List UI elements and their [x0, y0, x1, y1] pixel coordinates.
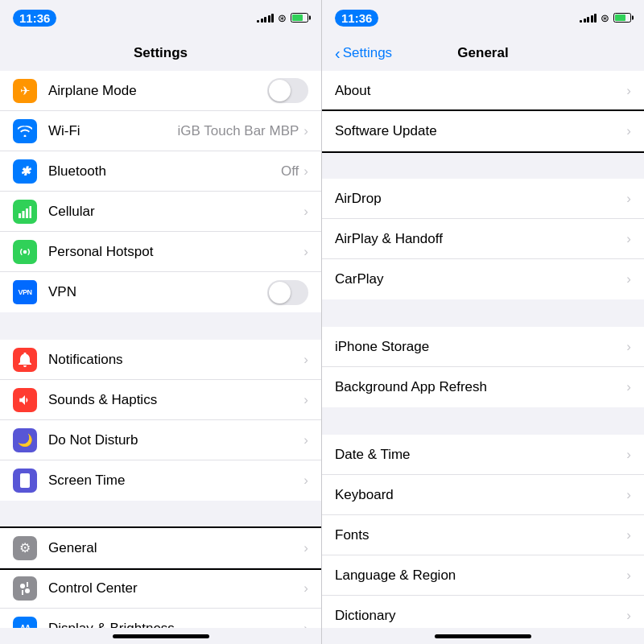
screen-time-label: Screen Time: [48, 473, 303, 489]
page-title-left: Settings: [134, 45, 188, 61]
cellular-chevron: ›: [303, 204, 308, 220]
airplane-mode-icon: ✈: [13, 79, 37, 103]
signal-icon: [257, 13, 274, 23]
section-gap-right-1: [322, 151, 644, 179]
settings-row-sounds[interactable]: Sounds & Haptics ›: [0, 380, 321, 420]
background-refresh-label: Background App Refresh: [335, 379, 626, 395]
settings-row-background-refresh[interactable]: Background App Refresh ›: [322, 367, 644, 407]
settings-row-carplay[interactable]: CarPlay ›: [322, 259, 644, 299]
settings-row-language-region[interactable]: Language & Region ›: [322, 555, 644, 596]
settings-row-bluetooth[interactable]: ✱ Bluetooth Off ›: [0, 151, 321, 192]
airplay-label: AirPlay & Handoff: [335, 231, 626, 247]
back-button[interactable]: ‹ Settings: [335, 45, 392, 61]
settings-row-notifications[interactable]: Notifications ›: [0, 340, 321, 380]
time-left: 11:36: [13, 10, 56, 27]
section-gap-1: [0, 312, 321, 340]
carplay-chevron: ›: [626, 271, 631, 287]
general-chevron: ›: [303, 540, 308, 556]
bluetooth-chevron: ›: [303, 163, 308, 180]
screen-time-icon: [13, 469, 37, 493]
left-panel: 11:36 ⊛ Settings ✈ Airplane Mode: [0, 0, 322, 644]
svg-point-4: [23, 250, 27, 254]
svg-rect-1: [23, 211, 25, 218]
dictionary-chevron: ›: [626, 608, 631, 624]
iphone-storage-chevron: ›: [626, 339, 631, 355]
section-sharing: AirDrop › AirPlay & Handoff › CarPlay ›: [322, 179, 644, 299]
section-gap-right-2: [322, 299, 644, 327]
settings-row-iphone-storage[interactable]: iPhone Storage ›: [322, 327, 644, 367]
settings-row-cellular[interactable]: Cellular ›: [0, 192, 321, 232]
signal-icon-right: [580, 13, 597, 23]
svg-rect-10: [27, 582, 28, 587]
settings-row-vpn[interactable]: VPN VPN: [0, 272, 321, 312]
section-notifications: Notifications › Sounds & Haptics › 🌙 Do …: [0, 340, 321, 501]
settings-row-keyboard[interactable]: Keyboard ›: [322, 475, 644, 515]
status-icons-right: ⊛: [580, 12, 631, 24]
settings-list-right[interactable]: About › Software Update › AirDrop › AirP…: [322, 71, 644, 628]
page-title-right: General: [457, 45, 508, 61]
hotspot-icon: [13, 240, 37, 264]
iphone-storage-label: iPhone Storage: [335, 339, 626, 355]
general-label: General: [48, 540, 303, 556]
settings-row-display[interactable]: AA Display & Brightness ›: [0, 609, 321, 628]
airdrop-chevron: ›: [626, 191, 631, 207]
fonts-label: Fonts: [335, 527, 626, 543]
wifi-label: Wi-Fi: [48, 123, 177, 139]
dictionary-label: Dictionary: [335, 608, 626, 624]
cellular-icon: [13, 200, 37, 224]
display-chevron: ›: [303, 621, 308, 629]
settings-row-about[interactable]: About ›: [322, 71, 644, 111]
airplane-mode-toggle[interactable]: [267, 78, 308, 103]
vpn-icon: VPN: [13, 280, 37, 304]
settings-row-dnd[interactable]: 🌙 Do Not Disturb ›: [0, 420, 321, 460]
settings-list-left[interactable]: ✈ Airplane Mode Wi-Fi iGB Touch Bar MBP …: [0, 71, 321, 628]
settings-row-fonts[interactable]: Fonts ›: [322, 515, 644, 555]
sounds-label: Sounds & Haptics: [48, 392, 303, 408]
settings-row-date-time[interactable]: Date & Time ›: [322, 435, 644, 475]
right-panel: 11:36 ⊛ ‹ Settings General Abo: [322, 0, 644, 644]
sounds-chevron: ›: [303, 392, 308, 408]
settings-row-software-update[interactable]: Software Update ›: [322, 111, 644, 151]
background-refresh-chevron: ›: [626, 379, 631, 395]
about-chevron: ›: [626, 83, 631, 99]
wifi-icon: ⊛: [278, 12, 287, 24]
fonts-chevron: ›: [626, 527, 631, 543]
section-datetime: Date & Time › Keyboard › Fonts › Languag…: [322, 435, 644, 628]
section-general: ⚙ General › Control Center › AA Display …: [0, 528, 321, 628]
notifications-chevron: ›: [303, 352, 308, 368]
settings-row-airplane-mode[interactable]: ✈ Airplane Mode: [0, 71, 321, 111]
status-icons-left: ⊛: [257, 12, 308, 24]
time-right: 11:36: [335, 10, 378, 27]
control-center-label: Control Center: [48, 580, 303, 597]
general-icon: ⚙: [13, 536, 37, 560]
date-time-label: Date & Time: [335, 447, 626, 463]
control-center-icon: [13, 576, 37, 601]
settings-row-screen-time[interactable]: Screen Time ›: [0, 460, 321, 501]
settings-row-hotspot[interactable]: Personal Hotspot ›: [0, 232, 321, 272]
vpn-toggle[interactable]: [267, 280, 308, 305]
nav-bar-left: Settings: [0, 35, 321, 71]
language-region-label: Language & Region: [335, 568, 626, 584]
settings-row-wifi[interactable]: Wi-Fi iGB Touch Bar MBP ›: [0, 111, 321, 151]
settings-row-dictionary[interactable]: Dictionary ›: [322, 596, 644, 628]
airdrop-label: AirDrop: [335, 191, 626, 207]
nav-bar-right: ‹ Settings General: [322, 35, 644, 71]
settings-row-airdrop[interactable]: AirDrop ›: [322, 179, 644, 219]
section-gap-right-3: [322, 407, 644, 435]
svg-rect-3: [30, 206, 32, 218]
about-label: About: [335, 83, 626, 99]
carplay-label: CarPlay: [335, 271, 626, 287]
bluetooth-value: Off: [281, 163, 299, 180]
back-label: Settings: [343, 45, 392, 61]
dnd-icon: 🌙: [13, 428, 37, 452]
settings-row-general[interactable]: ⚙ General ›: [0, 528, 321, 568]
display-icon: AA: [13, 617, 37, 629]
hotspot-chevron: ›: [303, 244, 308, 260]
notifications-icon: [13, 348, 37, 372]
wifi-settings-icon: [13, 119, 37, 143]
airplane-mode-label: Airplane Mode: [48, 83, 267, 99]
control-center-chevron: ›: [303, 580, 308, 597]
settings-row-airplay[interactable]: AirPlay & Handoff ›: [322, 219, 644, 259]
software-update-chevron: ›: [626, 123, 631, 139]
settings-row-control-center[interactable]: Control Center ›: [0, 568, 321, 609]
